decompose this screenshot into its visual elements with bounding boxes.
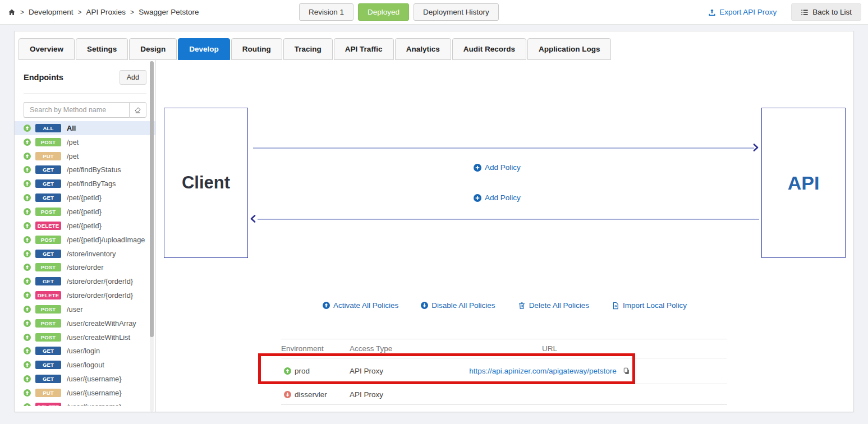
endpoint-item[interactable]: ALL All [15,121,155,135]
activate-endpoint-icon[interactable] [24,208,31,215]
endpoint-item[interactable]: GET /user/login [15,344,155,358]
home-icon[interactable] [8,8,16,16]
method-badge: POST [35,319,61,328]
activate-icon [323,302,330,309]
deployment-history-button[interactable]: Deployment History [414,3,499,21]
activate-endpoint-icon[interactable] [24,236,31,243]
endpoint-path: /store/inventory [67,250,116,258]
import-icon [612,302,619,310]
endpoint-path: /pet/{petId} [67,222,102,230]
activate-endpoint-icon[interactable] [24,361,31,368]
endpoint-item[interactable]: DELETE /user/{username} [15,400,155,406]
tab-audit-records[interactable]: Audit Records [452,38,526,60]
endpoint-path: /store/order/{orderId} [67,291,133,299]
breadcrumb: > Development > API Proxies > Swagger Pe… [8,8,199,16]
method-badge: POST [35,208,61,216]
tab-api-traffic[interactable]: API Traffic [334,38,394,60]
endpoint-item[interactable]: POST /user/createWithList [15,330,155,344]
endpoint-item[interactable]: DELETE /pet/{petId} [15,219,155,233]
endpoint-item[interactable]: GET /store/order/{orderId} [15,274,155,288]
deployed-status-button[interactable]: Deployed [358,3,409,21]
delete-all-policies-link[interactable]: Delete All Policies [518,301,589,310]
tab-settings[interactable]: Settings [76,38,128,60]
status-up-icon[interactable] [284,367,291,375]
back-to-list-button[interactable]: Back to List [791,3,861,21]
activate-endpoint-icon[interactable] [24,222,31,229]
client-node: Client [164,108,248,258]
activate-endpoint-icon[interactable] [24,180,31,187]
endpoint-path: /store/order/{orderId} [67,277,133,285]
activate-endpoint-icon[interactable] [24,153,31,160]
method-badge: PUT [35,152,61,160]
method-badge: POST [35,305,61,314]
tab-develop[interactable]: Develop [178,38,230,60]
sidebar-scrollbar[interactable] [150,61,154,412]
activate-endpoint-icon[interactable] [24,347,31,354]
endpoint-item[interactable]: GET /pet/findByTags [15,177,155,191]
activate-endpoint-icon[interactable] [24,403,31,406]
activate-endpoint-icon[interactable] [24,250,31,257]
method-badge: DELETE [35,291,61,299]
activate-endpoint-icon[interactable] [24,166,31,173]
endpoint-path: /pet/{petId} [67,193,102,202]
table-header-row: EnvironmentAccess TypeURL [281,339,727,358]
import-local-policy-link[interactable]: Import Local Policy [612,301,687,310]
endpoint-item[interactable]: GET /store/inventory [15,247,155,261]
activate-endpoint-icon[interactable] [24,292,31,299]
tab-design[interactable]: Design [129,38,177,60]
revision-button[interactable]: Revision 1 [299,3,353,21]
activate-endpoint-icon[interactable] [24,306,31,313]
endpoint-item[interactable]: POST /pet/{petId}/uploadImage [15,233,155,247]
endpoint-item[interactable]: PUT /user/{username} [15,386,155,400]
clear-search-button[interactable] [129,102,146,118]
endpoint-item[interactable]: POST /pet/{petId} [15,205,155,219]
endpoint-item[interactable]: POST /user/createWithArray [15,316,155,330]
api-node: API [761,108,846,258]
endpoint-item[interactable]: GET /pet/findByStatus [15,163,155,177]
method-badge: GET [35,193,61,202]
endpoint-path: /pet/{petId} [67,208,102,216]
tab-application-logs[interactable]: Application Logs [527,38,612,60]
add-policy-request-link[interactable]: Add Policy [474,163,521,172]
activate-all-policies-link[interactable]: Activate All Policies [323,301,398,310]
activate-endpoint-icon[interactable] [24,389,31,397]
activate-endpoint-icon[interactable] [24,334,31,341]
add-endpoint-button[interactable]: Add [120,70,146,85]
tab-bar: OverviewSettingsDesignDevelopRoutingTrac… [19,38,611,60]
endpoint-path: /user/createWithList [67,333,130,342]
disable-all-policies-link[interactable]: Disable All Policies [421,301,495,310]
activate-endpoint-icon[interactable] [24,125,31,132]
activate-endpoint-icon[interactable] [24,194,31,201]
breadcrumb-item[interactable]: API Proxies [86,8,126,16]
endpoint-item[interactable]: DELETE /store/order/{orderId} [15,288,155,302]
tab-tracing[interactable]: Tracing [283,38,333,60]
activate-endpoint-icon[interactable] [24,320,31,327]
scrollbar-thumb[interactable] [150,61,154,337]
environment-name: prod [295,367,310,375]
status-down-icon[interactable] [284,391,291,398]
breadcrumb-item[interactable]: Development [29,8,74,16]
trash-icon [518,302,526,310]
activate-endpoint-icon[interactable] [24,375,31,382]
tab-overview[interactable]: Overview [19,38,75,60]
endpoint-item[interactable]: PUT /pet [15,149,155,163]
endpoint-search-input[interactable] [24,102,129,118]
export-api-proxy-link[interactable]: Export API Proxy [708,8,777,16]
tab-routing[interactable]: Routing [231,38,282,60]
endpoint-item[interactable]: GET /user/logout [15,358,155,372]
activate-endpoint-icon[interactable] [24,139,31,146]
endpoint-item[interactable]: GET /pet/{petId} [15,191,155,205]
endpoint-item[interactable]: POST /user [15,302,155,316]
endpoint-item[interactable]: POST /pet [15,135,155,149]
tab-analytics[interactable]: Analytics [395,38,451,60]
proxy-url-link[interactable]: https://api.apinizer.com/apigateway/pets… [469,367,617,375]
copy-icon[interactable] [623,367,630,375]
method-badge: GET [35,165,61,174]
add-policy-response-link[interactable]: Add Policy [474,193,521,202]
endpoint-item[interactable]: GET /user/{username} [15,372,155,386]
activate-endpoint-icon[interactable] [24,264,31,271]
method-badge: DELETE [35,222,61,230]
method-badge: GET [35,361,61,369]
activate-endpoint-icon[interactable] [24,278,31,285]
endpoint-item[interactable]: POST /store/order [15,260,155,274]
